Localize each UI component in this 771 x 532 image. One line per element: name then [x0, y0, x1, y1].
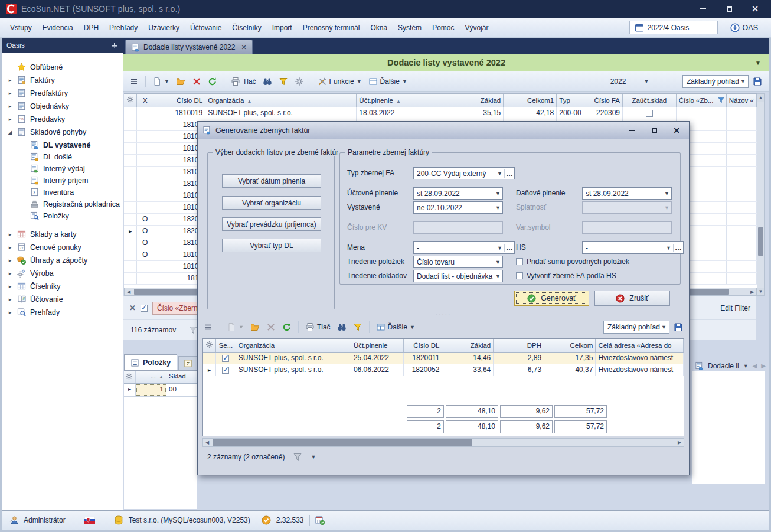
right-dock-tab[interactable]: Dodacie li ▼ ◀ ▶: [695, 361, 769, 370]
expand-right-icon[interactable]: ▸: [6, 270, 14, 276]
sidebar-item-číselníky[interactable]: ▸Číselníky: [2, 280, 123, 292]
print-button[interactable]: Tlač: [303, 321, 333, 334]
column-header-Číslo FA[interactable]: Číslo FA: [592, 94, 622, 107]
gear-icon[interactable]: [126, 96, 134, 103]
view-selector[interactable]: Základný pohľad▼: [682, 75, 749, 88]
save-view-button[interactable]: [750, 75, 765, 88]
sidebar-item-účtovanie[interactable]: ▸#Účtovanie: [2, 293, 123, 305]
typ-fa-select[interactable]: 200-CC Výdaj externý▼…: [413, 167, 515, 179]
minimize-button[interactable]: [699, 5, 707, 13]
open-button[interactable]: [248, 321, 262, 334]
sidebar-item-predfaktúry[interactable]: ▸Predfaktúry: [2, 87, 123, 99]
save-view-button[interactable]: [671, 321, 685, 334]
column-header-marker[interactable]: [124, 94, 137, 107]
print-button[interactable]: Tlač: [228, 75, 259, 88]
chevron-down-icon[interactable]: ▼: [311, 454, 316, 460]
header-chevron-down-icon[interactable]: ▼: [755, 60, 761, 66]
column-header-Zaúčt.sklad[interactable]: Zaúčt.sklad: [623, 94, 677, 107]
expand-right-icon[interactable]: ▸: [6, 283, 14, 289]
sidebar-item-inventúra[interactable]: ΣInventúra: [2, 187, 123, 198]
menu-item-prehľady[interactable]: Prehľady: [104, 21, 143, 34]
row-checkbox[interactable]: [222, 367, 229, 374]
ellipsis-button[interactable]: …: [504, 169, 514, 178]
menu-item-prenosný-terminál[interactable]: Prenosný terminál: [298, 21, 365, 34]
column-header-Účt.plnenie[interactable]: Účt.plnenie: [351, 339, 404, 352]
column-header-Číslo «Zb...[interactable]: Číslo «Zb...: [676, 94, 726, 107]
delete-button[interactable]: [190, 75, 204, 88]
menu-item-pomoc[interactable]: Pomoc: [427, 21, 459, 34]
sidebar-item-obľúbené[interactable]: Obľúbené: [2, 61, 123, 73]
table-row[interactable]: 1810019SUNSOFT plus, spol. s r.o.18.03.2…: [124, 107, 757, 119]
column-header-Názov «[interactable]: Názov «: [726, 94, 756, 107]
settings-button[interactable]: [292, 75, 306, 88]
year-selector[interactable]: 2022▼: [593, 77, 667, 86]
dan-plnenie-select[interactable]: st 28.09.2022▼: [582, 187, 672, 200]
more-menu-button[interactable]: Ďalšie▼: [374, 321, 417, 334]
sidebar-item-preddavky[interactable]: ▸%Preddavky: [2, 113, 123, 125]
menu-toggle-button[interactable]: [127, 75, 141, 88]
expand-right-icon[interactable]: ▸: [6, 309, 14, 315]
filter-button[interactable]: [276, 75, 290, 88]
column-header-Organizácia[interactable]: Organizácia▲: [205, 94, 357, 107]
expand-right-icon[interactable]: ▸: [6, 77, 14, 83]
tab-sums[interactable]: Σ: [178, 356, 198, 370]
maximize-button[interactable]: [725, 5, 733, 13]
ellipsis-button[interactable]: …: [504, 244, 514, 252]
sidebar-item-objednávky[interactable]: ▸Objednávky: [2, 100, 123, 112]
menu-item-okná[interactable]: Okná: [365, 21, 393, 34]
more-menu-button[interactable]: Ďalšie▼: [366, 75, 410, 88]
menu-item-číselníky[interactable]: Číselníky: [227, 21, 266, 34]
items-grid-row[interactable]: ▸ 1 00: [124, 384, 197, 397]
tab-polozky[interactable]: Položky: [124, 354, 177, 370]
sidebar-item-interný-výdaj[interactable]: Interný výdaj: [2, 163, 123, 174]
new-record-button[interactable]: ▼: [150, 75, 172, 88]
table-row[interactable]: ▸SUNSOFT plus, spol. s r.o.06.06.2022182…: [203, 364, 684, 376]
column-header-Základ[interactable]: Základ: [442, 339, 494, 352]
select-dl-type-button[interactable]: Vybrať typ DL: [222, 239, 321, 252]
filter-enabled-checkbox[interactable]: [141, 305, 148, 312]
column-filter-icon[interactable]: [718, 97, 724, 103]
uct-plnenie-select[interactable]: st 28.09.2022▼: [413, 187, 503, 200]
column-header-marker[interactable]: [203, 339, 216, 352]
column-header-Organizácia[interactable]: Organizácia: [236, 339, 351, 352]
menu-toggle-button[interactable]: [201, 321, 215, 334]
tab-close-icon[interactable]: ✕: [241, 44, 246, 51]
sidebar-item-faktúry[interactable]: ▸Faktúry: [2, 74, 123, 86]
column-header-Číslo DL[interactable]: Číslo DL: [153, 94, 205, 107]
sidebar-item-dl-vystavené[interactable]: DL vystavené: [2, 139, 123, 151]
sidebar-item-skladové-pohyby[interactable]: ◢Skladové pohyby: [2, 126, 123, 138]
cancel-button[interactable]: Zrušiť: [594, 291, 670, 306]
oas-button[interactable]: OAS: [730, 23, 758, 32]
edit-filter-link[interactable]: Edit Filter: [720, 304, 750, 312]
refresh-button[interactable]: [280, 321, 294, 334]
search-button[interactable]: [335, 321, 349, 334]
dialog-maximize-button[interactable]: [650, 126, 658, 135]
column-header-Typ[interactable]: Typ: [557, 94, 592, 107]
menu-item-systém[interactable]: Systém: [393, 21, 427, 34]
table-row[interactable]: SUNSOFT plus, spol. s r.o.25.04.20221820…: [203, 352, 684, 364]
search-button[interactable]: [260, 75, 275, 88]
menu-item-vstupy[interactable]: Vstupy: [5, 21, 37, 34]
sidebar-item-registračná-pokladnica[interactable]: Registračná pokladnica: [2, 198, 123, 210]
funnel-gray-icon[interactable]: [188, 325, 198, 335]
dialog-minimize-button[interactable]: [628, 126, 636, 135]
expand-right-icon[interactable]: ▸: [6, 90, 14, 96]
triedenie-poloziek-select[interactable]: Číslo tovaru▼: [413, 256, 503, 268]
sidebar-item-úhrady-a-zápočty[interactable]: ▸Úhrady a zápočty: [2, 254, 123, 266]
row-checkbox[interactable]: [646, 110, 653, 117]
sidebar-item-prehľady[interactable]: ▸Prehľady: [2, 306, 123, 318]
menu-item-uzávierky[interactable]: Uzávierky: [143, 21, 185, 34]
ellipsis-button[interactable]: …: [673, 244, 683, 252]
sidebar-item-sklady-a-karty[interactable]: ▸Sklady a karty: [2, 229, 123, 240]
hs-select[interactable]: -▼…: [582, 241, 684, 254]
tab-dodacie-listy[interactable]: Dodacie listy vystavené 2022 ✕: [125, 40, 253, 54]
triedenie-dokladov-select[interactable]: Dodací list - objednávka▼: [413, 270, 503, 282]
nav-right-icon[interactable]: ▶: [761, 363, 766, 369]
sidebar-item-dl-došlé[interactable]: DL došlé: [2, 151, 123, 162]
column-header-Celkom1[interactable]: Celkom1: [504, 94, 557, 107]
pin-icon[interactable]: [111, 42, 118, 49]
column-header-Účt.plnenie[interactable]: Účt.plnenie▲: [357, 94, 406, 107]
select-date-button[interactable]: Vybrať dátum plnenia: [222, 174, 321, 188]
expand-right-icon[interactable]: ▸: [6, 103, 14, 109]
sidebar-item-cenové-ponuky[interactable]: ▸77Cenové ponuky: [2, 241, 123, 253]
